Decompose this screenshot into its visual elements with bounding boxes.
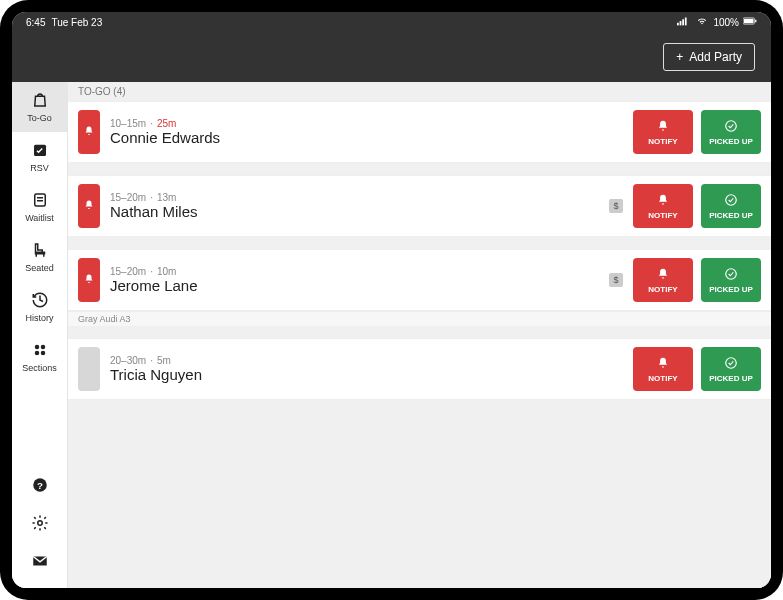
order-group: 15–20m·10mJerome Lane$NOTIFYPICKED UPGra… [68,249,771,338]
svg-text:?: ? [37,480,43,491]
main-content: TO-GO (4) 10–15m·25mConnie EdwardsNOTIFY… [68,82,771,588]
check-circle-icon [724,267,738,283]
add-party-label: Add Party [689,50,742,64]
svg-rect-2 [683,19,685,25]
bell-icon [656,356,670,372]
bell-icon [83,123,95,141]
guest-name: Nathan Miles [110,203,599,220]
app-body: To-Go RSV Waitlist [12,82,771,588]
sidebar-item-label: Waitlist [25,213,54,223]
sidebar-item-togo[interactable]: To-Go [12,82,67,132]
add-party-button[interactable]: + Add Party [663,43,755,71]
order-group: 10–15m·25mConnie EdwardsNOTIFYPICKED UP [68,101,771,175]
row-actions: NOTIFYPICKED UP [633,347,761,391]
svg-point-17 [37,521,42,526]
check-circle-icon [724,193,738,209]
picked-up-button[interactable]: PICKED UP [701,184,761,228]
guest-name: Tricia Nguyen [110,366,613,383]
sidebar: To-Go RSV Waitlist [12,82,68,588]
order-flags: $ [609,184,623,228]
wait-window: 15–20m [110,266,146,277]
bell-icon [656,193,670,209]
wait-window: 10–15m [110,118,146,129]
notify-label: NOTIFY [648,137,677,146]
row-actions: NOTIFYPICKED UP [633,184,761,228]
sidebar-item-label: Seated [25,263,54,273]
mail-icon [31,552,49,574]
orders-list: 10–15m·25mConnie EdwardsNOTIFYPICKED UP1… [68,101,771,412]
order-row[interactable]: 20–30m·5mTricia NguyenNOTIFYPICKED UP [68,338,771,400]
separator: · [150,118,153,129]
help-button[interactable]: ? [12,468,67,506]
bag-icon [31,91,49,111]
sidebar-item-label: History [25,313,53,323]
picked-up-label: PICKED UP [709,285,753,294]
sidebar-item-label: Sections [22,363,57,373]
history-icon [31,291,49,311]
notify-label: NOTIFY [648,211,677,220]
picked-up-label: PICKED UP [709,211,753,220]
picked-up-button[interactable]: PICKED UP [701,347,761,391]
separator: · [150,355,153,366]
notify-button[interactable]: NOTIFY [633,347,693,391]
svg-rect-1 [680,21,682,25]
cellular-icon [677,16,691,28]
svg-rect-6 [755,20,756,23]
svg-point-20 [726,194,737,205]
order-info: 10–15m·25mConnie Edwards [110,110,613,154]
guest-name: Connie Edwards [110,129,613,146]
section-header: TO-GO (4) [68,82,771,101]
order-row[interactable]: 15–20m·13mNathan Miles$NOTIFYPICKED UP [68,175,771,237]
status-pill [78,184,100,228]
order-group: 15–20m·13mNathan Miles$NOTIFYPICKED UP [68,175,771,249]
sidebar-item-history[interactable]: History [12,282,67,332]
notify-button[interactable]: NOTIFY [633,184,693,228]
help-icon: ? [31,476,49,498]
svg-point-21 [726,268,737,279]
top-bar: + Add Party [12,32,771,82]
bell-icon [656,119,670,135]
settings-button[interactable] [12,506,67,544]
picked-up-button[interactable]: PICKED UP [701,258,761,302]
sidebar-item-waitlist[interactable]: Waitlist [12,182,67,232]
svg-point-11 [34,345,39,350]
check-circle-icon [724,356,738,372]
gear-icon [31,514,49,536]
elapsed-time: 5m [157,355,171,366]
elapsed-time: 13m [157,192,176,203]
order-group: 20–30m·5mTricia NguyenNOTIFYPICKED UP [68,338,771,412]
picked-up-label: PICKED UP [709,137,753,146]
bell-icon [83,271,95,289]
status-date: Tue Feb 23 [51,17,102,28]
battery-icon [743,16,757,28]
sidebar-item-seated[interactable]: Seated [12,232,67,282]
svg-rect-3 [685,18,687,26]
order-info: 15–20m·10mJerome Lane [110,258,599,302]
bell-icon [656,267,670,283]
notify-button[interactable]: NOTIFY [633,258,693,302]
list-empty-space [68,412,771,588]
notify-button[interactable]: NOTIFY [633,110,693,154]
plus-icon: + [676,50,683,64]
separator: · [150,266,153,277]
svg-point-22 [726,357,737,368]
svg-point-19 [726,120,737,131]
sidebar-item-label: To-Go [27,113,52,123]
check-circle-icon [724,119,738,135]
order-row[interactable]: 15–20m·10mJerome Lane$NOTIFYPICKED UP [68,249,771,311]
notify-label: NOTIFY [648,374,677,383]
sidebar-item-label: RSV [30,163,49,173]
elapsed-time: 25m [157,118,176,129]
status-pill [78,258,100,302]
wifi-icon [695,16,709,28]
wait-window: 15–20m [110,192,146,203]
mail-button[interactable] [12,544,67,582]
grid-icon [31,341,49,361]
calendar-check-icon [31,141,49,161]
sidebar-item-rsv[interactable]: RSV [12,132,67,182]
payment-icon: $ [609,199,623,213]
order-info: 15–20m·13mNathan Miles [110,184,599,228]
order-row[interactable]: 10–15m·25mConnie EdwardsNOTIFYPICKED UP [68,101,771,163]
picked-up-button[interactable]: PICKED UP [701,110,761,154]
sidebar-item-sections[interactable]: Sections [12,332,67,382]
